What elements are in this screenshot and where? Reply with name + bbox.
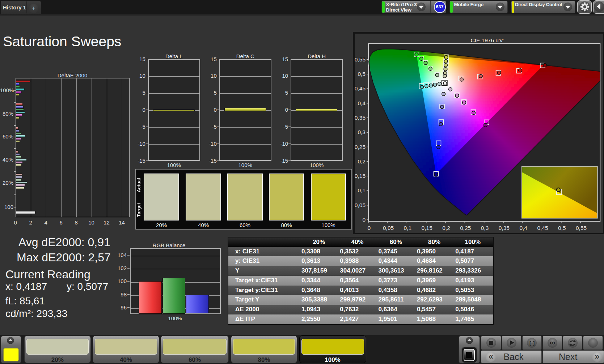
svg-text:0,5: 0,5: [358, 71, 366, 77]
svg-text:0,2: 0,2: [358, 158, 366, 164]
svg-text:0,3: 0,3: [358, 129, 366, 135]
svg-text:CIE 1976 u'v': CIE 1976 u'v': [470, 37, 503, 43]
svg-text:0,3: 0,3: [481, 225, 489, 231]
svg-text:0,55: 0,55: [355, 56, 366, 63]
svg-text:0,4: 0,4: [358, 100, 366, 106]
svg-text:0,45: 0,45: [537, 225, 548, 231]
svg-text:0: 0: [367, 225, 371, 231]
svg-text:0,25: 0,25: [355, 144, 366, 150]
svg-text:0,35: 0,35: [499, 225, 510, 231]
svg-text:0,1: 0,1: [404, 225, 412, 231]
svg-text:0,25: 0,25: [460, 225, 471, 231]
svg-text:0,1: 0,1: [358, 187, 366, 193]
svg-text:0,05: 0,05: [383, 225, 394, 231]
svg-text:0,15: 0,15: [422, 225, 432, 231]
svg-text:0,2: 0,2: [442, 225, 450, 231]
svg-text:0: 0: [362, 217, 366, 223]
svg-text:0,35: 0,35: [355, 115, 366, 121]
svg-text:0,5: 0,5: [558, 225, 566, 231]
svg-text:0,55: 0,55: [576, 225, 587, 231]
svg-text:0,15: 0,15: [355, 173, 366, 179]
svg-text:0,4: 0,4: [519, 225, 527, 231]
svg-text:0,45: 0,45: [355, 85, 366, 91]
svg-text:0,05: 0,05: [355, 202, 366, 208]
